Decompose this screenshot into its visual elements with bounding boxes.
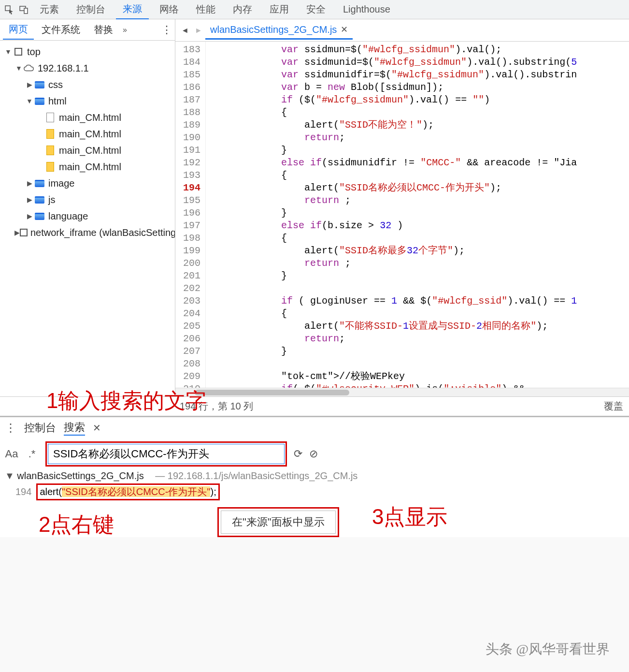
tree-folder-html[interactable]: ▼html — [2, 93, 173, 109]
clear-icon[interactable]: ⊘ — [309, 448, 318, 460]
drawer-menu-icon[interactable]: ⋮ — [5, 421, 16, 435]
devtools-top-toolbar: 元素 控制台 来源 网络 性能 内存 应用 安全 Lighthouse — [0, 0, 629, 19]
drawer-tab-search[interactable]: 搜索 — [64, 420, 85, 436]
tree-file[interactable]: main_CM.html — [2, 126, 173, 142]
navigator-subtabs: 网页 文件系统 替换 » ⋮ — [0, 19, 175, 41]
label: network_iframe (wlanBasicSetting — [30, 227, 175, 238]
device-toggle-icon[interactable] — [18, 4, 29, 15]
tree-host[interactable]: ▼192.168.1.1 — [2, 60, 173, 76]
tree-folder-css[interactable]: ▶css — [2, 76, 173, 93]
tree-folder-language[interactable]: ▶language — [2, 208, 173, 224]
refresh-icon[interactable]: ⟳ — [294, 448, 302, 460]
watermark: 头条 @风华哥看世界 — [486, 640, 610, 658]
svg-rect-2 — [24, 8, 28, 14]
drawer-tab-console[interactable]: 控制台 — [24, 421, 56, 435]
label: main_CM.html — [59, 112, 121, 123]
tab-application[interactable]: 应用 — [263, 0, 296, 19]
tab-network[interactable]: 网络 — [153, 0, 186, 19]
tab-lighthouse[interactable]: Lighthouse — [336, 1, 397, 18]
tree-host-label: 192.168.1.1 — [38, 63, 89, 74]
search-result: ▼ wlanBasicSettings_2G_CM.js — 192.168.1… — [0, 469, 629, 537]
sources-main: 网页 文件系统 替换 » ⋮ ▼top ▼192.168.1.1 ▶css ▼h… — [0, 19, 629, 396]
tree-folder-js[interactable]: ▶js — [2, 191, 173, 208]
tree-file[interactable]: main_CM.html — [2, 109, 173, 126]
annotation-box-3: 在"来源"面板中显示 — [217, 507, 339, 537]
result-path: 192.168.1.1/js/wlanBasicSettings_2G_CM.j… — [168, 470, 358, 481]
snippet-match: "SSID名称必须以CMCC-作为开头" — [62, 486, 211, 497]
tab-security[interactable]: 安全 — [300, 0, 332, 19]
drawer: ⋮ 控制台 搜索 ✕ Aa .* ⟳ ⊘ ▼ wlanBasicSettings… — [0, 416, 629, 537]
folder-icon — [34, 211, 45, 221]
tree-folder-image[interactable]: ▶image — [2, 175, 173, 191]
tab-elements[interactable]: 元素 — [33, 0, 66, 19]
editor-pane: ◄ ► wlanBasicSettings_2G_CM.js ✕ 1831841… — [175, 19, 629, 396]
tree-top-label: top — [27, 46, 41, 58]
subtab-menu-icon[interactable]: ⋮ — [161, 24, 172, 36]
tree-iframe[interactable]: ▶network_iframe (wlanBasicSetting — [2, 224, 173, 241]
label: js — [48, 194, 55, 205]
annotation-box-1 — [45, 441, 287, 467]
drawer-tabs: ⋮ 控制台 搜索 ✕ — [0, 417, 629, 438]
label: css — [48, 79, 63, 90]
search-row: Aa .* ⟳ ⊘ — [0, 438, 629, 469]
close-icon[interactable]: ✕ — [341, 24, 348, 35]
cloud-icon — [23, 63, 35, 73]
tree-file[interactable]: main_CM.html — [2, 142, 173, 159]
subtab-overrides[interactable]: 替换 — [88, 20, 119, 39]
subtab-more[interactable]: » — [123, 26, 127, 34]
editor-tabs: ◄ ► wlanBasicSettings_2G_CM.js ✕ — [175, 19, 629, 42]
folder-icon — [34, 178, 45, 188]
drawer-tab-close-icon[interactable]: ✕ — [93, 422, 101, 434]
file-tree: ▼top ▼192.168.1.1 ▶css ▼html main_CM.htm… — [0, 41, 175, 244]
line-gutter: 1831841851861871881891901911921931941951… — [175, 42, 206, 388]
search-input[interactable] — [48, 444, 285, 464]
code-area[interactable]: var ssidmun=$("#wlcfg_ssidmun").val(); v… — [206, 42, 577, 388]
inspect-icon[interactable] — [4, 4, 14, 15]
tab-sources[interactable]: 来源 — [116, 0, 149, 20]
file-icon — [44, 113, 56, 122]
file-icon — [44, 146, 56, 155]
tree-file[interactable]: main_CM.html — [2, 159, 173, 175]
result-lineno: 194 — [15, 486, 31, 497]
result-line[interactable]: 194 alert("SSID名称必须以CMCC-作为开头"); — [5, 483, 624, 500]
match-case-icon[interactable]: Aa — [5, 448, 18, 460]
tree-top[interactable]: ▼top — [2, 44, 173, 60]
editor-tab-label: wlanBasicSettings_2G_CM.js — [210, 24, 337, 35]
label: main_CM.html — [59, 145, 121, 156]
label: html — [48, 96, 67, 107]
folder-icon — [34, 80, 45, 89]
tab-console[interactable]: 控制台 — [70, 0, 112, 19]
context-menu-item[interactable]: 在"来源"面板中显示 — [221, 511, 336, 534]
annotation-box-2: alert("SSID名称必须以CMCC-作为开头"); — [36, 483, 219, 500]
label: main_CM.html — [59, 129, 121, 140]
folder-icon — [34, 96, 45, 106]
nav-back-icon[interactable]: ◄ — [178, 26, 192, 35]
snippet-post: ); — [210, 486, 216, 497]
label: main_CM.html — [59, 161, 121, 173]
regex-icon[interactable]: .* — [25, 448, 39, 460]
tab-memory[interactable]: 内存 — [226, 0, 259, 19]
result-file[interactable]: ▼ wlanBasicSettings_2G_CM.js — 192.168.1… — [5, 470, 624, 482]
file-icon — [44, 129, 56, 139]
cursor-position: 194 行，第 10 列 — [180, 400, 253, 413]
subtab-page[interactable]: 网页 — [3, 20, 34, 40]
code-editor[interactable]: 1831841851861871881891901911921931941951… — [175, 42, 629, 388]
editor-tab-active[interactable]: wlanBasicSettings_2G_CM.js ✕ — [205, 21, 353, 40]
file-icon — [44, 162, 56, 172]
folder-icon — [34, 195, 45, 205]
file-navigator: 网页 文件系统 替换 » ⋮ ▼top ▼192.168.1.1 ▶css ▼h… — [0, 19, 175, 396]
editor-status: 194 行，第 10 列 覆盖 — [0, 396, 629, 416]
scrollbar-thumb[interactable] — [195, 390, 349, 395]
tab-performance[interactable]: 性能 — [189, 0, 222, 19]
subtab-filesystem[interactable]: 文件系统 — [36, 20, 86, 39]
snippet-pre: alert( — [40, 486, 62, 497]
nav-fwd-icon[interactable]: ► — [192, 26, 205, 35]
status-right: 覆盖 — [604, 400, 623, 413]
label: image — [48, 178, 74, 189]
label: language — [48, 211, 88, 222]
editor-scrollbar[interactable] — [175, 388, 629, 396]
result-filename: wlanBasicSettings_2G_CM.js — [17, 470, 143, 481]
